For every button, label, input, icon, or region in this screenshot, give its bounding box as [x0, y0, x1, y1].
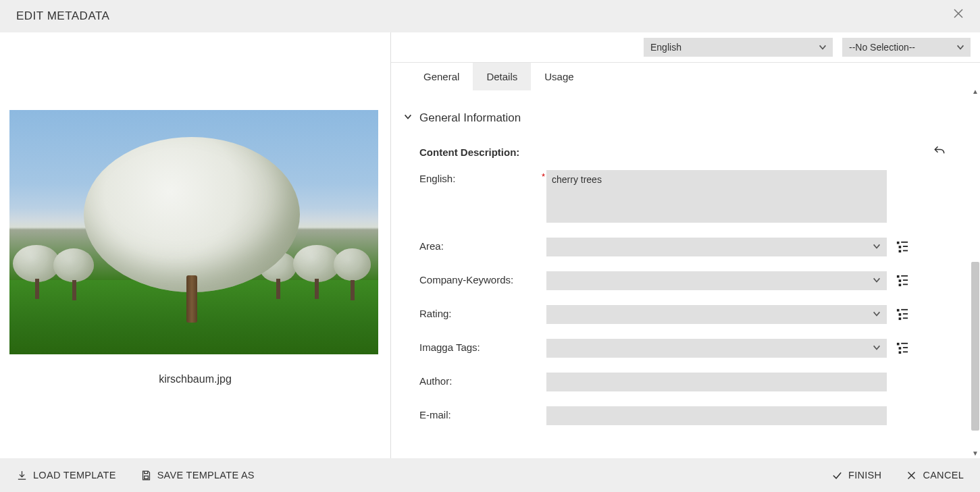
section-title: General Information: [419, 111, 521, 125]
scroll-up-icon[interactable]: ▲: [972, 88, 979, 95]
required-marker: *: [540, 170, 546, 182]
form-pane: General Details Usage General Informatio…: [391, 32, 980, 458]
image-preview: [9, 110, 378, 354]
svg-rect-20: [897, 343, 900, 346]
scrollbar-thumb[interactable]: [971, 262, 979, 431]
svg-rect-18: [899, 318, 902, 321]
author-input[interactable]: [546, 373, 887, 391]
form-scroll-area[interactable]: General Information Content Description:…: [391, 91, 980, 458]
preview-pane: kirschbaum.jpg: [0, 32, 391, 458]
language-select[interactable]: [644, 38, 833, 57]
button-label: SAVE TEMPLATE AS: [157, 470, 255, 481]
finish-button[interactable]: FINISH: [831, 470, 881, 481]
svg-rect-2: [897, 242, 900, 244]
svg-rect-14: [897, 309, 900, 312]
field-imagga-tags: Imagga Tags:: [403, 339, 973, 358]
top-select-bar: [391, 32, 980, 63]
undo-icon[interactable]: [933, 144, 946, 158]
tab-details[interactable]: Details: [473, 63, 531, 90]
cancel-button[interactable]: CANCEL: [906, 470, 964, 481]
svg-rect-21: [901, 343, 908, 344]
button-label: LOAD TEMPLATE: [33, 470, 116, 481]
field-rating: Rating:: [403, 305, 973, 324]
svg-rect-25: [903, 352, 908, 353]
preview-filename: kirschbaum.jpg: [9, 373, 381, 385]
content-description-input[interactable]: [546, 170, 887, 223]
main-area: kirschbaum.jpg General Details Usage: [0, 32, 980, 458]
tab-usage[interactable]: Usage: [531, 63, 587, 90]
tab-general[interactable]: General: [410, 63, 473, 90]
svg-rect-16: [899, 313, 902, 316]
dialog-header: EDIT METADATA: [0, 0, 980, 32]
svg-rect-8: [897, 275, 900, 278]
field-label: Author:: [419, 373, 540, 387]
svg-rect-11: [903, 279, 908, 281]
dialog-title: EDIT METADATA: [16, 9, 109, 23]
imagga-tags-select[interactable]: [546, 339, 887, 358]
area-select[interactable]: [546, 238, 887, 256]
svg-rect-15: [901, 309, 908, 310]
svg-rect-9: [901, 275, 908, 277]
tree-picker-icon[interactable]: [896, 241, 908, 253]
field-label: English:: [419, 170, 540, 184]
svg-rect-19: [903, 318, 908, 319]
company-keywords-select[interactable]: [546, 271, 887, 290]
email-input[interactable]: [546, 406, 887, 425]
field-content-description: English: *: [403, 170, 973, 223]
tree-picker-icon[interactable]: [896, 308, 908, 321]
button-label: CANCEL: [923, 470, 964, 481]
svg-rect-13: [903, 284, 908, 285]
scroll-down-icon[interactable]: ▼: [972, 449, 979, 457]
save-template-as-button[interactable]: SAVE TEMPLATE AS: [140, 470, 255, 481]
svg-rect-26: [144, 476, 148, 479]
svg-rect-10: [899, 279, 902, 282]
section-header[interactable]: General Information: [403, 111, 973, 125]
field-label: Imagga Tags:: [419, 339, 540, 353]
field-area: Area:: [403, 238, 973, 256]
svg-rect-3: [901, 242, 908, 243]
field-label: E-mail:: [419, 406, 540, 420]
field-author: Author:: [403, 373, 973, 391]
svg-rect-12: [899, 284, 902, 287]
tree-picker-icon[interactable]: [896, 275, 908, 287]
svg-rect-4: [899, 246, 902, 248]
svg-rect-24: [899, 352, 902, 354]
svg-rect-23: [903, 347, 908, 348]
tab-bar: General Details Usage: [391, 63, 980, 91]
svg-rect-7: [903, 250, 908, 252]
tree-picker-icon[interactable]: [896, 342, 908, 354]
selection-select[interactable]: [842, 38, 971, 57]
load-template-button[interactable]: LOAD TEMPLATE: [16, 470, 116, 481]
content-description-heading: Content Description:: [419, 144, 540, 158]
svg-rect-17: [903, 313, 908, 315]
field-label: Rating:: [419, 305, 540, 319]
svg-rect-22: [899, 347, 902, 350]
svg-rect-5: [903, 246, 908, 247]
field-company-keywords: Company-Keywords:: [403, 271, 973, 290]
field-email: E-mail:: [403, 406, 973, 425]
svg-rect-6: [899, 250, 902, 253]
scrollbar[interactable]: ▲ ▼: [971, 86, 980, 458]
button-label: FINISH: [848, 470, 881, 481]
field-label: Company-Keywords:: [419, 271, 540, 285]
rating-select[interactable]: [546, 305, 887, 324]
chevron-down-icon: [403, 111, 413, 125]
field-label: Area:: [419, 238, 540, 252]
close-icon[interactable]: [953, 8, 966, 22]
dialog-footer: LOAD TEMPLATE SAVE TEMPLATE AS FINISH CA…: [0, 458, 980, 492]
